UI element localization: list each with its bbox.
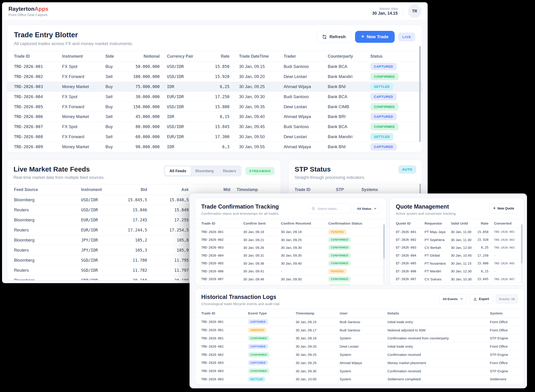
table-row[interactable]: TRD-2026-00730 Jan, 09.4630 Jan, 09.50CO… bbox=[195, 275, 386, 283]
table-cell: Bank BCA bbox=[328, 94, 370, 99]
table-cell: 15.848,5 bbox=[147, 198, 189, 202]
brand-name: Rayterton bbox=[9, 6, 35, 12]
status-badge: CONFIRMED bbox=[370, 103, 398, 111]
table-row[interactable]: TRD-2026-009Money MarketBuy90.000.000IDR… bbox=[7, 142, 422, 152]
table-row[interactable]: TRD-2026-008FX ForwardSell60.000.000EUR/… bbox=[7, 132, 422, 142]
table-row[interactable]: TRD-2026-003CAPTURED30 Jan, 09.25Ahmad W… bbox=[195, 359, 524, 367]
table-row[interactable]: TRD-2026-005FX ForwardBuy150.000.000USD/… bbox=[7, 102, 422, 112]
column-header: Timestamp bbox=[230, 187, 274, 192]
table-row[interactable]: TRD-2026-003CONFIRMED30 Jan, 09.30System… bbox=[195, 367, 524, 375]
column-header: Trade DateTime bbox=[229, 54, 284, 59]
table-cell: EUR/IDR bbox=[81, 218, 118, 222]
table-cell: CONFIRMED bbox=[370, 103, 415, 111]
table-row[interactable]: QT-2026-006PT Mandiri30 Jan, 12.306,15- bbox=[390, 267, 524, 275]
event-filter-select[interactable]: All Events bbox=[439, 294, 467, 304]
table-row[interactable]: QT-2026-003CV Berkah30 Jan, 12.006,25TRD… bbox=[390, 244, 524, 252]
table-row[interactable]: TRD-2026-00630 Jan, 09.41-PENDING bbox=[195, 267, 386, 275]
table-cell: System bbox=[340, 369, 388, 373]
quotes-scrollbar[interactable] bbox=[521, 224, 523, 263]
table-row[interactable]: TRD-2026-004FX SpotSell30.000.000EUR/IDR… bbox=[7, 92, 422, 102]
table-row[interactable]: TRD-2026-00330 Jan, 09.2630 Jan, 09.30CO… bbox=[195, 244, 386, 252]
table-cell: TRD-2026-001 bbox=[14, 64, 62, 69]
table-cell: 30 Jan, 09.41 bbox=[243, 269, 281, 273]
table-cell: 30 Jan, 09.35 bbox=[229, 104, 284, 109]
column-header: Details bbox=[388, 311, 490, 315]
table-row[interactable]: TRD-2026-010FX SpotSell40.000.000USD/IDR… bbox=[7, 152, 422, 153]
feed-tab-all-feeds[interactable]: All Feeds bbox=[165, 167, 191, 175]
status-badge: SETTLED bbox=[248, 377, 265, 382]
new-trade-button[interactable]: + New Trade bbox=[355, 31, 395, 43]
status-badge: CONFIRMED bbox=[328, 261, 351, 266]
table-row[interactable]: TRD-2026-006Money MarketSell45.000.000ID… bbox=[7, 112, 422, 122]
feed-tab-bloomberg[interactable]: Bloomberg bbox=[191, 167, 218, 175]
table-cell: 30 Jan, 09.30 bbox=[229, 94, 284, 99]
app-header: RaytertonApps Front Office Deal Capture … bbox=[2, 2, 428, 20]
table-cell: USD/IDR bbox=[160, 104, 206, 109]
table-row[interactable]: QT-2026-001PT Maju Jaya30 Jan, 11.0015.8… bbox=[390, 228, 524, 236]
feed-tab-reuters[interactable]: Reuters bbox=[218, 167, 241, 175]
search-trades-input[interactable] bbox=[317, 207, 348, 211]
table-cell: 20.180 bbox=[147, 278, 189, 280]
table-row[interactable]: TRD-2026-002CONFIRMED30 Jan, 09.25System… bbox=[195, 351, 524, 359]
table-row[interactable]: TRD-2026-001CONFIRMED30 Jan, 09.18System… bbox=[195, 334, 524, 343]
refresh-button[interactable]: Refresh bbox=[316, 31, 351, 43]
table-cell: 30 Jan, 09.18 bbox=[281, 230, 328, 234]
table-cell: USD/IDR bbox=[81, 208, 118, 212]
status-filter-select[interactable]: All Status bbox=[354, 203, 380, 214]
table-row[interactable]: TRD-2026-001AMENDED30 Jan, 09.17Budi San… bbox=[195, 326, 524, 334]
table-cell: 30 Jan, 09.25 bbox=[296, 353, 340, 357]
table-row[interactable]: TRD-2026-00230 Jan, 09.2130 Jan, 09.25CO… bbox=[195, 236, 386, 243]
table-row[interactable]: TRD-2026-002CAPTURED30 Jan, 09.20Dewi Le… bbox=[195, 342, 524, 351]
export-button[interactable]: Export bbox=[469, 294, 493, 304]
user-avatar[interactable]: TR bbox=[408, 5, 421, 18]
table-row[interactable]: TRD-2026-001FX SpotBuy50.000.000USD/IDR1… bbox=[7, 62, 422, 72]
table-cell: TRD-2026-003 bbox=[201, 369, 248, 373]
table-row[interactable]: TRD-2026-00430 Jan, 09.3130 Jan, 09.35CO… bbox=[195, 252, 386, 259]
table-cell: USD/IDR bbox=[81, 198, 118, 202]
table-cell: 30 Jan, 12.30 bbox=[451, 269, 474, 273]
table-cell: Ahmad Wijaya bbox=[284, 114, 328, 119]
table-row[interactable]: TRD-2026-00130 Jan, 09.1630 Jan, 09.18PE… bbox=[195, 228, 386, 236]
table-row[interactable]: TRD-2026-00530 Jan, 09.3630 Jan, 09.40CO… bbox=[195, 260, 386, 267]
status-badge: PENDING bbox=[328, 229, 346, 234]
table-row[interactable]: TRD-2026-003Money MarketBuy75.000.000IDR… bbox=[7, 82, 422, 92]
table-row[interactable]: QT-2026-004PT Global30 Jan, 10.4517.250- bbox=[390, 252, 524, 259]
confirmation-scrollbar[interactable] bbox=[383, 224, 385, 259]
table-row[interactable]: TRD-2026-007FX SpotBuy80.000.000USD/IDR1… bbox=[7, 122, 422, 132]
app-subtitle: Front Office Deal Capture bbox=[9, 13, 48, 17]
table-cell: 45.000.000 bbox=[131, 114, 160, 119]
history-table-body: TRD-2026-001CAPTURED30 Jan, 09.15Budi Sa… bbox=[195, 318, 524, 385]
table-cell: CONFIRMED bbox=[248, 336, 296, 341]
table-row[interactable]: QT-2026-002PT Sejahtera30 Jan, 11.3015.9… bbox=[390, 236, 524, 243]
table-cell: 17.250 bbox=[206, 94, 229, 99]
table-cell: CAPTURED bbox=[370, 63, 415, 70]
table-cell: 30 Jan, 09.30 bbox=[281, 246, 328, 250]
table-row[interactable]: QT-2026-007CV Sukses30 Jan, 10.3015.845T… bbox=[390, 275, 524, 283]
events-count-badge: Events: 18 bbox=[496, 294, 518, 304]
blotter-scrollbar[interactable] bbox=[419, 46, 421, 142]
table-cell: Buy bbox=[105, 104, 131, 109]
panel-subtitle: Confirmation status and timestamps for a… bbox=[201, 212, 279, 216]
table-row[interactable]: TRD-2026-003SETTLED30 Jan, 10.00SystemSe… bbox=[195, 375, 524, 383]
table-cell: 30.000.000 bbox=[131, 94, 160, 99]
table-row[interactable]: QT-2026-008PT Prima30 Jan, 11.4517.300TR… bbox=[390, 283, 524, 285]
new-quote-button[interactable]: + New Quote bbox=[489, 203, 518, 213]
column-header: Rate bbox=[206, 54, 229, 59]
table-cell: Bloomberg bbox=[14, 258, 81, 263]
table-cell: 11.780 bbox=[118, 258, 147, 262]
column-header: Mid bbox=[189, 187, 230, 192]
status-badge: CAPTURED bbox=[370, 93, 397, 100]
search-icon bbox=[312, 207, 315, 210]
table-cell: Bank CIMB bbox=[328, 104, 370, 109]
table-cell: CONFIRMED bbox=[328, 253, 380, 258]
table-row[interactable]: TRD-2026-002FX ForwardSell100.000.000USD… bbox=[7, 72, 422, 82]
table-cell: STP Engine bbox=[490, 353, 518, 357]
panel-title: Historical Transaction Logs bbox=[201, 294, 280, 300]
table-row[interactable]: QT-2026-005PT Nusantara30 Jan, 11.1515.8… bbox=[390, 260, 524, 267]
table-row[interactable]: TRD-2026-004CAPTURED30 Jan, 09.30Budi Sa… bbox=[195, 383, 524, 385]
table-row[interactable]: TRD-2026-001CAPTURED30 Jan, 09.15Budi Sa… bbox=[195, 318, 524, 326]
table-cell: 30 Jan, 09.45 bbox=[229, 124, 284, 129]
table-row[interactable]: TRD-2026-00830 Jan, 09.5130 Jan, 09.55CO… bbox=[195, 283, 386, 285]
table-cell: 17.254,5 bbox=[147, 228, 189, 232]
table-cell: Buy bbox=[105, 84, 131, 89]
